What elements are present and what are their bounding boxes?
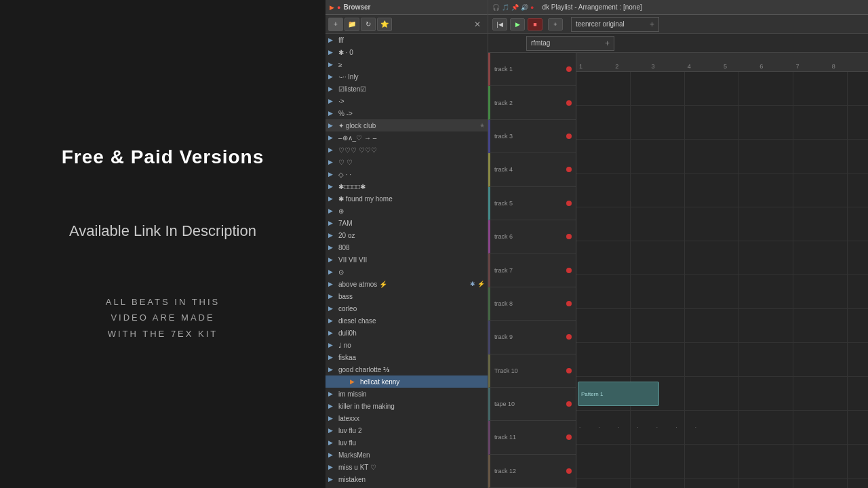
grid-cell[interactable] — [685, 174, 739, 207]
browser-list-item[interactable]: ▶diesel chase — [326, 314, 488, 327]
grid-cell[interactable] — [685, 309, 739, 342]
grid-cell[interactable] — [848, 377, 868, 410]
grid-cell[interactable] — [576, 479, 631, 488]
grid-cell[interactable] — [685, 140, 739, 173]
grid-cell[interactable] — [631, 106, 685, 139]
track-label[interactable]: track 5 — [488, 187, 576, 220]
grid-row[interactable] — [576, 343, 868, 377]
grid-cell[interactable] — [848, 411, 868, 444]
grid-cell[interactable] — [848, 445, 868, 478]
grid-cell[interactable] — [739, 411, 793, 444]
browser-list-item[interactable]: ▶≥ — [326, 58, 488, 70]
grid-cell[interactable] — [631, 275, 685, 308]
browser-list-item[interactable]: ▶808 — [326, 241, 488, 253]
grid-row[interactable] — [576, 275, 868, 309]
grid-cell[interactable] — [576, 309, 631, 342]
track-label[interactable]: track 7 — [488, 253, 576, 287]
grid-row[interactable]: · · · · · · · — [576, 411, 868, 445]
browser-list-item[interactable]: ▶⊙ — [326, 266, 488, 278]
grid-cell[interactable] — [685, 377, 739, 410]
browser-list-item[interactable]: ▶VII VII VII — [326, 253, 488, 266]
grid-cell[interactable] — [848, 343, 868, 376]
grid-cell[interactable] — [576, 207, 631, 241]
grid-cell[interactable] — [793, 140, 848, 173]
track-label[interactable]: track 1 — [488, 53, 576, 86]
browser-list-item[interactable]: ▶above atmos ⚡✱ ⚡ — [326, 278, 488, 290]
grid-cell[interactable] — [793, 275, 848, 308]
grid-cell[interactable] — [793, 343, 848, 376]
browser-list-item[interactable]: ▶im missin — [326, 388, 488, 400]
browser-list-item[interactable]: ▶% -> — [326, 107, 488, 119]
browser-list-item[interactable]: ▶✱□□□□✱ — [326, 180, 488, 192]
transport-prev[interactable]: |◀ — [492, 18, 507, 30]
grid-cell[interactable] — [631, 343, 685, 376]
browser-list-item[interactable]: ▶♡ ♡ — [326, 156, 488, 168]
grid-cell[interactable] — [576, 106, 631, 139]
browser-list-item[interactable]: ▶mistaken — [326, 473, 488, 485]
grid-cell[interactable] — [576, 343, 631, 376]
grid-cell[interactable] — [848, 140, 868, 173]
grid-cell[interactable] — [685, 72, 739, 105]
grid-cell[interactable] — [631, 207, 685, 241]
grid-row[interactable] — [576, 140, 868, 174]
browser-list-item[interactable]: ▶hellcat kenny — [326, 375, 488, 388]
grid-cell[interactable] — [631, 309, 685, 342]
browser-list-item[interactable]: ▶nirvana — [326, 485, 488, 488]
grid-row[interactable] — [576, 106, 868, 140]
grid-cell[interactable] — [793, 411, 848, 444]
grid-cell[interactable] — [631, 241, 685, 274]
browser-list-item[interactable]: ▶✱ · 0 — [326, 46, 488, 58]
browser-list-item[interactable]: ▶luv flu — [326, 436, 488, 449]
grid-cell[interactable] — [793, 106, 848, 139]
grid-cell[interactable] — [848, 241, 868, 274]
grid-cell[interactable] — [739, 445, 793, 478]
browser-list-item[interactable]: ▶MarksMen — [326, 449, 488, 461]
grid-cell[interactable] — [793, 207, 848, 241]
grid-cell[interactable] — [739, 377, 793, 410]
grid-cell[interactable] — [576, 275, 631, 308]
browser-list-item[interactable]: ▶✦ glock club★ — [326, 119, 488, 131]
track-label[interactable]: track 11 — [488, 421, 576, 454]
grid-row[interactable] — [576, 241, 868, 275]
grid-cell[interactable] — [576, 445, 631, 478]
browser-list-item[interactable]: ▶fiskaa — [326, 351, 488, 363]
grid-cell[interactable] — [848, 174, 868, 207]
grid-cell[interactable] — [848, 72, 868, 105]
browser-list-item[interactable]: ▶miss u KT ♡ — [326, 461, 488, 473]
browser-list-item[interactable]: ▶·-·· lnly — [326, 70, 488, 83]
grid-cell[interactable] — [685, 207, 739, 241]
transport-stop[interactable]: ■ — [528, 18, 542, 30]
grid-cell[interactable] — [848, 309, 868, 342]
browser-list-item[interactable]: ▶✱ found my home — [326, 192, 488, 205]
grid-row[interactable] — [576, 72, 868, 106]
browser-list[interactable]: ▶fff▶✱ · 0▶≥▶·-·· lnly▶☑listen☑▶·>▶% ->▶… — [326, 34, 488, 488]
browser-list-item[interactable]: ▶latexxx — [326, 412, 488, 424]
grid-cell[interactable] — [848, 275, 868, 308]
grid-cell[interactable] — [793, 174, 848, 207]
grid-cell[interactable] — [793, 72, 848, 105]
browser-list-item[interactable]: ▶bass — [326, 290, 488, 302]
grid-cell[interactable] — [739, 174, 793, 207]
browser-list-item[interactable]: ▶duli0h — [326, 327, 488, 339]
channel-add-rfmtag[interactable]: + — [605, 39, 610, 48]
browser-star-btn[interactable]: ⭐ — [377, 18, 392, 31]
browser-list-item[interactable]: ▶·> — [326, 95, 488, 107]
track-label[interactable]: tape 10 — [488, 388, 576, 421]
track-label[interactable]: track 9 — [488, 321, 576, 354]
grid-cell[interactable] — [685, 275, 739, 308]
track-label[interactable]: track 6 — [488, 220, 576, 253]
grid-row[interactable] — [576, 309, 868, 343]
grid-cell[interactable] — [739, 275, 793, 308]
browser-close-btn[interactable]: ✕ — [470, 18, 485, 31]
browser-list-item[interactable]: ▶☑listen☑ — [326, 83, 488, 95]
browser-list-item[interactable]: ▶fff — [326, 34, 488, 46]
grid-cell[interactable] — [685, 445, 739, 478]
grid-cell[interactable] — [739, 479, 793, 488]
browser-list-item[interactable]: ▶–⊕∧_♡ → – — [326, 131, 488, 144]
grid-cell[interactable] — [793, 445, 848, 478]
channel-strip-teenrcer[interactable]: teenrcer original + — [571, 17, 659, 32]
grid-cell[interactable] — [793, 241, 848, 274]
transport-add[interactable]: + — [548, 18, 563, 30]
grid-cell[interactable] — [631, 479, 685, 488]
grid-cell[interactable] — [685, 343, 739, 376]
